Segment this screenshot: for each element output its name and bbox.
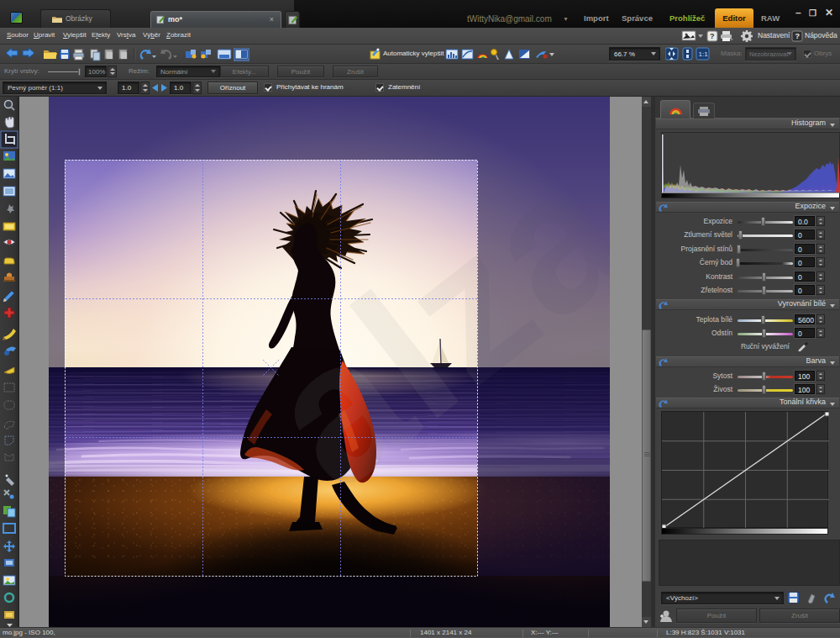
svg-text:1:1: 1:1 (699, 50, 709, 58)
svg-text:?: ? (795, 32, 801, 40)
svg-text:?: ? (710, 32, 715, 40)
